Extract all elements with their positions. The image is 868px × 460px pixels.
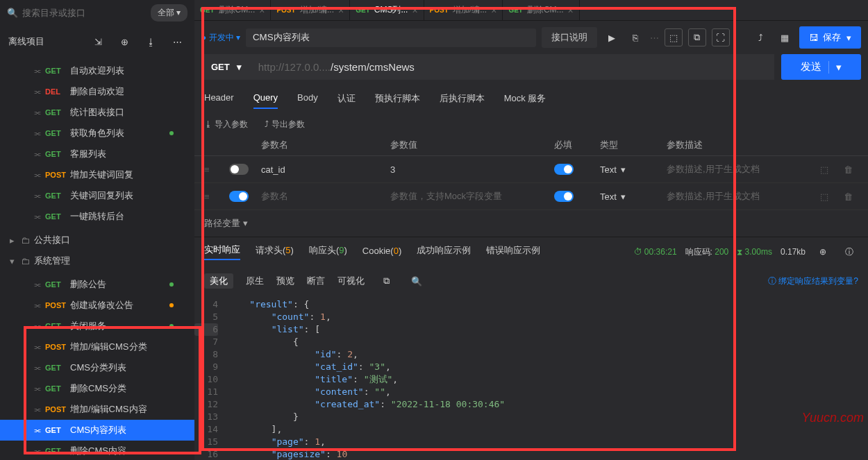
sidebar-item[interactable]: ⫘GETCMS内容列表: [0, 420, 194, 441]
close-icon[interactable]: ×: [568, 5, 574, 16]
filter-dropdown[interactable]: 全部 ▾: [151, 4, 187, 22]
param-name[interactable]: 参数名: [261, 190, 386, 203]
delete-icon[interactable]: 🗑: [839, 160, 857, 178]
more-icon[interactable]: ⋯: [168, 33, 186, 51]
send-button[interactable]: 发送▾: [781, 54, 861, 80]
required-toggle[interactable]: [554, 164, 574, 175]
request-tab[interactable]: 预执行脚本: [375, 92, 420, 109]
sidebar-item[interactable]: ⫘POST创建或修改公告: [0, 295, 194, 316]
request-tab[interactable]: Mock 服务: [504, 92, 546, 109]
request-tab[interactable]: 认证: [337, 92, 356, 109]
delete-icon[interactable]: 🗑: [839, 187, 857, 205]
type-select[interactable]: Text ▾: [600, 164, 662, 175]
toolbar-item[interactable]: 预览: [276, 275, 294, 287]
response-tab[interactable]: 成功响应示例: [417, 244, 471, 259]
item-label: 增加/编辑CMS分类: [70, 341, 147, 353]
method-label: POST: [45, 301, 70, 309]
toolbar-item[interactable]: 美化: [204, 273, 233, 289]
response-tab[interactable]: 错误响应示例: [486, 244, 540, 259]
top-tab[interactable]: POST增加/编...×: [424, 0, 503, 20]
copy-icon[interactable]: ⧉: [377, 272, 395, 290]
item-label: 自动欢迎列表: [70, 65, 124, 77]
sidebar-item[interactable]: ⫘POST增加/编辑CMS内容: [0, 399, 194, 420]
play-icon[interactable]: ▶: [603, 28, 621, 46]
top-tab[interactable]: GET删除CM...×: [194, 0, 271, 20]
param-value[interactable]: 参数值，支持Mock字段变量: [390, 190, 550, 203]
sidebar-item[interactable]: ⫘GET统计图表接口: [0, 102, 194, 123]
title-input[interactable]: [246, 28, 536, 47]
toolbar-item[interactable]: 原生: [246, 275, 264, 287]
type-select[interactable]: Text ▾: [600, 191, 662, 202]
folder-system[interactable]: ▾ 🗀 系统管理: [0, 250, 194, 271]
branch-icon[interactable]: ⎘: [626, 28, 644, 46]
share-icon[interactable]: ⇲: [89, 33, 107, 51]
sidebar-item[interactable]: ⫘GET自动欢迎列表: [0, 60, 194, 81]
param-desc[interactable]: 参数描述,用于生成文档: [667, 163, 811, 176]
export-icon[interactable]: ⤴: [752, 28, 770, 46]
status-dot: [169, 324, 174, 328]
save-button[interactable]: 🖫 保存 ▾: [799, 26, 861, 49]
sidebar-item[interactable]: ⫘GET客服列表: [0, 144, 194, 164]
status-badge[interactable]: ● 开发中 ▾: [201, 32, 240, 44]
response-tab[interactable]: 响应头(9): [309, 244, 347, 259]
close-icon[interactable]: ×: [338, 5, 344, 16]
search-input[interactable]: [22, 8, 147, 18]
layout-icon[interactable]: ▦: [776, 28, 794, 46]
info-icon[interactable]: ⓘ: [840, 243, 858, 261]
method-select[interactable]: GET▾: [201, 54, 251, 80]
top-tab[interactable]: POST增加/编...×: [271, 0, 350, 20]
sidebar-item[interactable]: ⫘POST增加关键词回复: [0, 164, 194, 185]
path-variables[interactable]: 路径变量 ▾: [194, 210, 868, 237]
enable-toggle[interactable]: [229, 164, 249, 175]
request-tab[interactable]: Header: [204, 92, 234, 109]
close-icon[interactable]: ×: [491, 5, 496, 16]
sidebar-item[interactable]: ⫘GET删除CMS内容: [0, 441, 194, 460]
response-tab[interactable]: 请求头(5): [256, 244, 294, 259]
globe-icon[interactable]: ⊕: [814, 243, 832, 261]
param-desc[interactable]: 参数描述,用于生成文档: [667, 190, 811, 203]
json-code[interactable]: "result": { "count": 1, "list": [ { "id"…: [228, 298, 868, 460]
copy-icon[interactable]: ⧉: [688, 28, 706, 46]
request-tab[interactable]: Body: [297, 92, 318, 109]
request-tab[interactable]: 后执行脚本: [440, 92, 485, 109]
folder-public[interactable]: ▸ 🗀 公共接口: [0, 230, 194, 250]
export-params[interactable]: ⤴ 导出参数: [265, 119, 304, 130]
new-folder-icon[interactable]: ⊕: [115, 33, 133, 51]
sidebar-item[interactable]: ⫘DEL删除自动欢迎: [0, 81, 194, 102]
drag-handle-icon[interactable]: ≡: [204, 164, 225, 175]
close-icon[interactable]: ×: [412, 5, 417, 16]
enable-toggle[interactable]: [229, 191, 249, 202]
sidebar-item[interactable]: ⫘POST增加/编辑CMS分类: [0, 337, 194, 357]
import-params[interactable]: ⭳ 导入参数: [204, 119, 248, 130]
expand-icon[interactable]: ⛶: [712, 28, 730, 46]
method-label: GET: [45, 150, 70, 158]
request-tab[interactable]: Query: [253, 92, 278, 109]
sidebar-item[interactable]: ⫘GET删除CMS分类: [0, 378, 194, 399]
drag-handle-icon[interactable]: ≡: [204, 191, 225, 202]
lock-icon[interactable]: ⬚: [665, 28, 683, 46]
sidebar-item[interactable]: ⫘GET关键词回复列表: [0, 185, 194, 206]
response-tab[interactable]: 实时响应: [204, 244, 240, 260]
desc-button[interactable]: 接口说明: [542, 27, 597, 48]
param-name[interactable]: cat_id: [261, 164, 386, 175]
search-icon[interactable]: 🔍: [408, 272, 426, 290]
bind-variable-link[interactable]: ⓘ 绑定响应结果到变量?: [768, 275, 858, 287]
link-icon: ⫘: [33, 364, 41, 372]
top-tab[interactable]: GETCMS列...×: [350, 0, 424, 20]
sidebar-item[interactable]: ⫘GET关闭服务: [0, 316, 194, 337]
toolbar-item[interactable]: 可视化: [337, 275, 365, 287]
response-tab[interactable]: Cookie(0): [362, 246, 401, 259]
sidebar-item[interactable]: ⫘GET删除公告: [0, 274, 194, 295]
sidebar-item[interactable]: ⫘GETCMS分类列表: [0, 357, 194, 378]
close-icon[interactable]: ×: [259, 5, 265, 16]
url-input[interactable]: http://127.0.0..../system/cmsNews: [251, 54, 774, 80]
required-toggle[interactable]: [554, 191, 574, 202]
sidebar-item[interactable]: ⫘GET一键跳转后台: [0, 206, 194, 227]
top-tab[interactable]: GET删除CM...×: [503, 0, 579, 20]
download-icon[interactable]: ⭳: [142, 33, 160, 51]
param-value[interactable]: 3: [390, 164, 550, 175]
toolbar-item[interactable]: 断言: [307, 275, 325, 287]
sidebar-item[interactable]: ⫘GET获取角色列表: [0, 123, 194, 144]
cube-icon[interactable]: ⬚: [815, 187, 833, 205]
cube-icon[interactable]: ⬚: [815, 160, 833, 178]
